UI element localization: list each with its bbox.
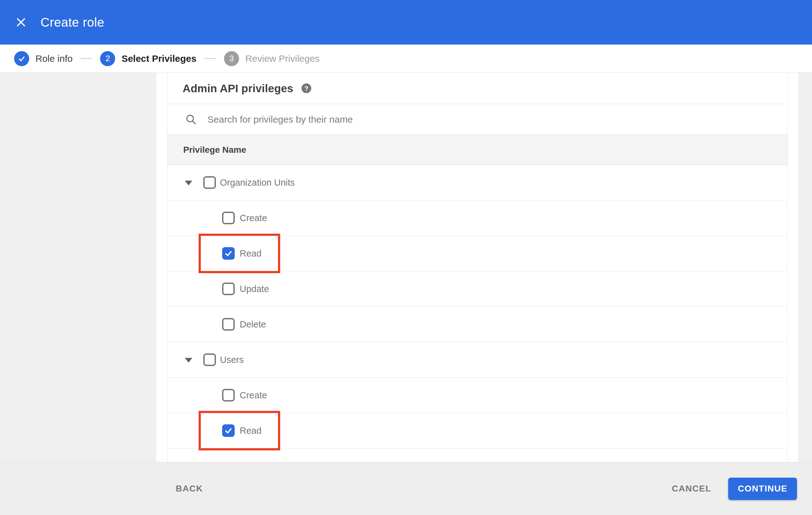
checkmark-icon <box>224 426 233 435</box>
step-review-privileges[interactable]: 3 Review Privileges <box>224 51 320 66</box>
step-select-privileges[interactable]: 2 Select Privileges <box>100 51 196 66</box>
collapse-caret-icon[interactable] <box>185 181 192 185</box>
privilege-checkbox[interactable] <box>222 318 235 331</box>
step-label: Role info <box>35 53 72 64</box>
search-icon <box>185 114 197 125</box>
privileges-card: Admin API privileges ? Privilege Name Or… <box>167 73 788 462</box>
step-role-info[interactable]: Role info <box>14 51 72 66</box>
privilege-checkbox[interactable] <box>203 354 216 366</box>
cancel-button[interactable]: CANCEL <box>672 484 711 494</box>
privilege-label: Read <box>240 248 261 259</box>
stepper: Role info 2 Select Privileges 3 Review P… <box>0 44 812 73</box>
step-connector <box>81 58 92 59</box>
privilege-checkbox[interactable] <box>203 176 216 189</box>
privilege-row-users: Users <box>168 342 787 377</box>
annotation-box <box>199 234 280 273</box>
step-label: Select Privileges <box>121 53 196 64</box>
collapse-caret-icon[interactable] <box>185 358 192 363</box>
privilege-row-read: Read <box>168 236 787 271</box>
privilege-row-organization-units: Organization Units <box>168 165 787 201</box>
privilege-label: Create <box>240 390 267 400</box>
right-gutter <box>798 73 812 462</box>
privilege-checkbox[interactable] <box>222 212 235 224</box>
checkmark-icon <box>224 249 233 258</box>
privilege-row-create: Create <box>168 201 787 236</box>
step-number-badge: 3 <box>224 51 239 66</box>
step-label: Review Privileges <box>245 53 320 64</box>
privilege-label: Delete <box>240 319 266 330</box>
privilege-label: Create <box>240 213 267 223</box>
appbar: Create role <box>0 0 812 44</box>
privilege-label: Update <box>240 284 269 294</box>
privilege-checkbox[interactable] <box>222 282 235 295</box>
step-number-badge: 2 <box>100 51 115 66</box>
section-heading: Admin API privileges <box>183 82 293 95</box>
privilege-label: Read <box>240 426 261 436</box>
back-button[interactable]: BACK <box>176 484 203 494</box>
column-header-label: Privilege Name <box>183 145 246 155</box>
privilege-row-update: Update <box>168 271 787 307</box>
step-connector <box>205 58 216 59</box>
left-gutter <box>0 73 156 462</box>
annotation-box <box>199 411 280 450</box>
main-content: Admin API privileges ? Privilege Name Or… <box>0 73 812 462</box>
search-input[interactable] <box>207 114 647 125</box>
card-heading-row: Admin API privileges ? <box>168 73 787 104</box>
privilege-row-delete: Delete <box>168 307 787 342</box>
help-icon[interactable]: ? <box>301 84 311 93</box>
privilege-row-create-users: Create <box>168 377 787 413</box>
privilege-label: Users <box>220 355 244 365</box>
table-column-header: Privilege Name <box>168 135 787 165</box>
privilege-checkbox[interactable] <box>222 389 235 401</box>
footer-bar: BACK CANCEL CONTINUE <box>0 462 812 515</box>
close-icon[interactable] <box>14 16 28 29</box>
privilege-checkbox[interactable] <box>222 424 235 437</box>
privilege-label: Organization Units <box>220 178 295 188</box>
privilege-checkbox[interactable] <box>222 247 235 260</box>
dialog-title: Create role <box>40 16 104 29</box>
privilege-row-read-users: Read <box>168 413 787 449</box>
step-complete-check-icon <box>14 51 29 66</box>
search-row <box>168 104 787 135</box>
continue-button[interactable]: CONTINUE <box>728 478 797 500</box>
